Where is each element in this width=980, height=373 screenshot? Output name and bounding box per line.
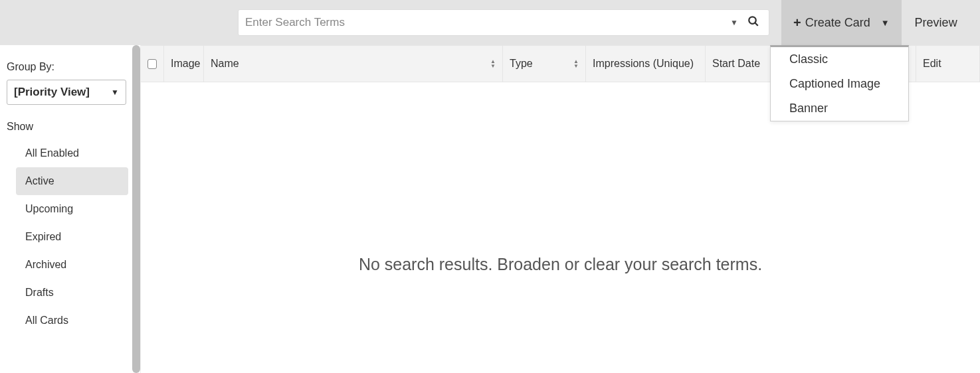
create-card-label: Create Card [805,16,870,30]
sidebar-scrollbar[interactable] [132,45,140,373]
column-name-label: Name [211,58,239,70]
caret-down-icon: ▼ [111,88,119,97]
chevron-down-icon: ▼ [881,18,890,28]
sidebar-filter-upcoming[interactable]: Upcoming [16,195,128,223]
create-menu-item-banner[interactable]: Banner [771,96,908,121]
create-menu-item-captioned-image[interactable]: Captioned Image [771,72,908,96]
empty-state-message: No search results. Broaden or clear your… [141,255,980,274]
column-impressions: Impressions (Unique) [586,46,706,82]
show-label: Show [7,121,135,133]
column-impressions-label: Impressions (Unique) [593,58,694,70]
search-wrap[interactable]: ▼ [238,9,769,36]
sidebar-filter-active[interactable]: Active [16,167,128,195]
topbar: ▼ + Create Card ▼ Preview [0,0,980,45]
plus-icon: + [793,15,801,31]
search-icon[interactable] [745,15,762,30]
column-type-label: Type [510,58,533,70]
select-all-checkbox[interactable] [147,59,157,69]
column-start-date[interactable]: Start Date [706,46,777,82]
sidebar-filter-expired[interactable]: Expired [16,223,128,251]
preview-button[interactable]: Preview [902,0,971,45]
group-by-select[interactable]: [Priority View] ▼ [7,80,126,105]
sort-icon[interactable]: ▲▼ [490,59,496,68]
create-card-button[interactable]: + Create Card ▼ [781,0,902,45]
column-edit-label: Edit [923,58,941,70]
column-image-label: Image [171,58,200,70]
svg-point-0 [749,17,756,24]
group-by-label: Group By: [7,61,135,73]
search-input[interactable] [245,16,724,29]
column-image: Image [164,46,204,82]
sidebar-filter-all-enabled[interactable]: All Enabled [16,139,128,167]
create-card-dropdown: ClassicCaptioned ImageBanner [770,45,909,121]
sort-icon[interactable]: ▲▼ [573,59,579,68]
svg-line-1 [755,23,758,26]
sidebar-filter-archived[interactable]: Archived [16,251,128,279]
group-by-value: [Priority View] [14,86,90,99]
filter-list: All EnabledActiveUpcomingExpiredArchived… [7,139,135,335]
create-menu-item-classic[interactable]: Classic [771,47,908,72]
column-name[interactable]: Name ▲▼ [204,46,503,82]
sidebar: Group By: [Priority View] ▼ Show All Ena… [0,45,141,373]
content-area: Image Name ▲▼ Type ▲▼ Impressions (Uniqu… [141,45,980,373]
sidebar-filter-all-cards[interactable]: All Cards [16,307,128,335]
search-filter-caret-icon[interactable]: ▼ [724,18,745,27]
column-start-date-label: Start Date [712,58,760,70]
column-checkbox[interactable] [141,46,164,82]
column-edit: Edit [916,46,980,82]
sidebar-filter-drafts[interactable]: Drafts [16,279,128,307]
column-type[interactable]: Type ▲▼ [503,46,586,82]
